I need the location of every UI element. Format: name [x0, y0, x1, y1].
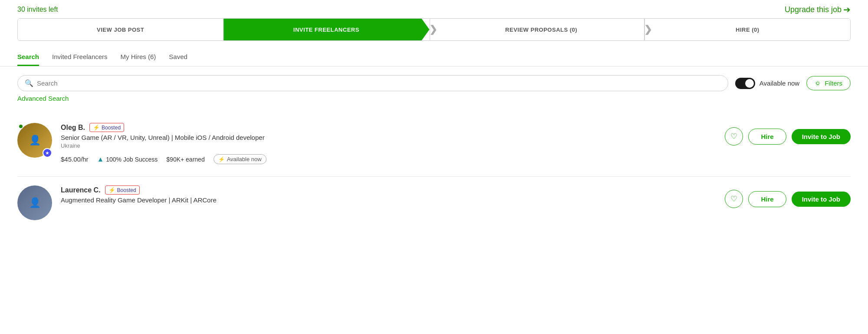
bolt-icon-oleg: ⚡: [218, 156, 225, 162]
filters-button[interactable]: ⛭ Filters: [806, 76, 851, 90]
boost-icon-laurence: ⚡: [108, 187, 115, 193]
hire-button-oleg[interactable]: Hire: [748, 129, 786, 145]
rate-oleg: $45.00/hr: [61, 155, 88, 163]
name-row-oleg: Oleg B. ⚡ Boosted: [61, 123, 716, 132]
top-rated-badge-oleg: ★: [43, 148, 52, 158]
tabs-row: Search Invited Freelancers My Hires (6) …: [0, 50, 868, 66]
search-box: 🔍: [17, 75, 728, 91]
freelancer-location-oleg: Ukraine: [61, 142, 716, 149]
freelancer-title-laurence: Augmented Reality Game Developer | ARKit…: [61, 196, 716, 204]
heart-icon-oleg: ♡: [730, 132, 737, 141]
tab-saved[interactable]: Saved: [169, 50, 187, 66]
earned-oleg: $90K+ earned: [166, 156, 204, 163]
step-hire[interactable]: ❯ HIRE (0): [644, 19, 850, 40]
progress-bar: VIEW JOB POST INVITE FREELANCERS ❯ REVIE…: [17, 18, 851, 41]
save-button-oleg[interactable]: ♡: [725, 127, 743, 146]
tab-invited-freelancers[interactable]: Invited Freelancers: [52, 50, 108, 66]
invites-left: 30 invites left: [17, 6, 58, 13]
boosted-badge-oleg: ⚡ Boosted: [89, 123, 124, 132]
search-icon: 🔍: [25, 79, 33, 87]
tab-my-hires[interactable]: My Hires (6): [121, 50, 156, 66]
name-row-laurence: Laurence C. ⚡ Boosted: [61, 185, 716, 195]
freelancer-title-oleg: Senior Game (AR / VR, Unity, Unreal) | M…: [61, 134, 716, 141]
toggle-switch[interactable]: [735, 78, 755, 89]
freelancer-list: 👤 ★ Oleg B. ⚡ Boosted Senior Game (AR / …: [0, 111, 868, 220]
job-success-oleg: ▲ 100% Job Success: [97, 155, 158, 163]
tab-search[interactable]: Search: [17, 50, 39, 66]
freelancer-card-oleg: 👤 ★ Oleg B. ⚡ Boosted Senior Game (AR / …: [17, 111, 851, 177]
available-badge-oleg: ⚡ Available now: [214, 154, 266, 164]
save-button-laurence[interactable]: ♡: [725, 190, 743, 208]
freelancer-name-laurence: Laurence C.: [61, 186, 101, 194]
success-icon-oleg: ▲: [97, 155, 104, 163]
search-row: 🔍 Available now ⛭ Filters: [0, 75, 868, 91]
chevron-icon-2: ❯: [644, 24, 652, 35]
step-view-job[interactable]: VIEW JOB POST: [18, 19, 224, 40]
freelancer-info-oleg: Oleg B. ⚡ Boosted Senior Game (AR / VR, …: [61, 123, 716, 164]
filter-icon: ⛭: [815, 79, 821, 87]
top-bar: 30 invites left Upgrade this job ➔: [0, 0, 868, 18]
avatar-wrap-laurence: 👤: [17, 185, 52, 220]
step-review-proposals[interactable]: ❯ REVIEW PROPOSALS (0): [430, 19, 644, 40]
stats-row-oleg: $45.00/hr ▲ 100% Job Success $90K+ earne…: [61, 154, 716, 164]
freelancer-card-laurence: 👤 Laurence C. ⚡ Boosted Augmented Realit…: [17, 177, 851, 220]
boost-icon-oleg: ⚡: [93, 124, 100, 131]
freelancer-name-oleg: Oleg B.: [61, 124, 85, 132]
chevron-icon-1: ❯: [429, 24, 437, 35]
heart-icon-laurence: ♡: [730, 194, 737, 204]
invite-button-laurence[interactable]: Invite to Job: [792, 192, 851, 207]
upgrade-arrow-icon: ➔: [843, 4, 851, 15]
toggle-knob: [745, 79, 754, 88]
freelancer-info-laurence: Laurence C. ⚡ Boosted Augmented Reality …: [61, 185, 716, 205]
star-icon: ★: [45, 150, 49, 156]
step-invite-freelancers[interactable]: INVITE FREELANCERS: [224, 19, 429, 40]
available-now-toggle[interactable]: Available now: [735, 78, 799, 89]
hire-button-laurence[interactable]: Hire: [748, 191, 786, 207]
search-input[interactable]: [37, 79, 721, 87]
card-actions-laurence: ♡ Hire Invite to Job: [725, 190, 851, 208]
advanced-search-link[interactable]: Advanced Search: [0, 95, 868, 102]
avatar-laurence: 👤: [17, 185, 52, 220]
online-indicator-oleg: [18, 124, 23, 129]
card-actions-oleg: ♡ Hire Invite to Job: [725, 127, 851, 146]
invite-button-oleg[interactable]: Invite to Job: [792, 129, 851, 144]
boosted-badge-laurence: ⚡ Boosted: [105, 185, 140, 195]
upgrade-link[interactable]: Upgrade this job ➔: [785, 4, 851, 15]
avatar-wrap-oleg: 👤 ★: [17, 123, 52, 158]
